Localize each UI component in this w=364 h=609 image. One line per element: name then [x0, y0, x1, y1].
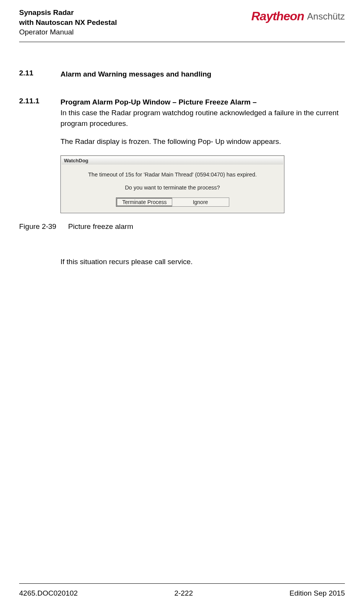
figure-caption: Figure 2-39 Picture freeze alarm: [19, 222, 345, 231]
figure-caption-text: Picture freeze alarm: [68, 222, 133, 231]
page-content: 2.11 Alarm and Warning messages and hand…: [19, 42, 345, 583]
anschutz-logo: Anschütz: [307, 11, 345, 22]
paragraph-1: In this case the Radar program watchdog …: [60, 108, 345, 129]
subsection-number: 2.11.1: [19, 97, 60, 147]
section-2-11: 2.11 Alarm and Warning messages and hand…: [19, 69, 345, 80]
dialog-body: The timeout of 15s for 'Radar Main Threa…: [62, 165, 283, 212]
dialog-button-row: Terminate ProcessIgnore: [63, 198, 282, 207]
page-header: Synapsis Radar with Nautoscan NX Pedesta…: [19, 8, 345, 42]
document-title: Synapsis Radar with Nautoscan NX Pedesta…: [19, 8, 117, 37]
ignore-button[interactable]: Ignore: [172, 198, 229, 207]
section-title: Alarm and Warning messages and handling: [60, 69, 345, 80]
section-title-text: Alarm and Warning messages and handling: [60, 70, 211, 78]
paragraph-2: The Radar display is frozen. The followi…: [60, 136, 345, 147]
footer-page-number: 2-222: [174, 589, 193, 598]
footer-edition: Edition Sep 2015: [289, 589, 345, 598]
section-2-11-1: 2.11.1 Program Alarm Pop-Up Window – Pic…: [19, 97, 345, 147]
dialog-titlebar: WatchDog: [62, 157, 283, 165]
title-line-3: Operator Manual: [19, 27, 117, 37]
brand-logo: Raytheon Anschütz: [251, 8, 345, 23]
figure-number: Figure 2-39: [19, 222, 68, 231]
title-line-1: Synapsis Radar: [19, 8, 117, 18]
page-footer: 4265.DOC020102 2-222 Edition Sep 2015: [19, 583, 345, 609]
footer-doc-id: 4265.DOC020102: [19, 589, 78, 598]
subsection-body: Program Alarm Pop-Up Window – Picture Fr…: [60, 97, 345, 147]
terminate-process-button[interactable]: Terminate Process: [116, 198, 173, 207]
subsection-title: Program Alarm Pop-Up Window – Picture Fr…: [60, 97, 345, 108]
watchdog-dialog: WatchDog The timeout of 15s for 'Radar M…: [60, 155, 284, 213]
section-number: 2.11: [19, 69, 60, 80]
dialog-message-2: Do you want to terminate the process?: [63, 184, 282, 191]
raytheon-logo: Raytheon: [251, 9, 304, 23]
dialog-message-1: The timeout of 15s for 'Radar Main Threa…: [63, 171, 282, 178]
title-line-2: with Nautoscan NX Pedestal: [19, 18, 117, 28]
paragraph-after-figure: If this situation recurs please call ser…: [60, 258, 345, 266]
